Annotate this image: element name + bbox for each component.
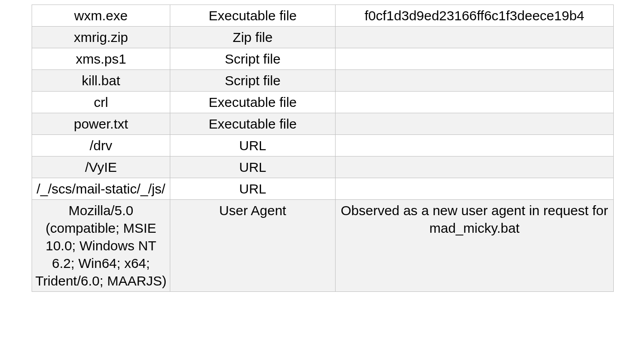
type-cell: Script file — [170, 48, 336, 70]
table-row: /VyIEURL — [32, 157, 614, 178]
detail-cell: Observed as a new user agent in request … — [336, 200, 614, 292]
indicator-cell: power.txt — [32, 113, 170, 135]
indicator-cell: kill.bat — [32, 70, 170, 92]
table-row: Mozilla/5.0 (compatible; MSIE 10.0; Wind… — [32, 200, 614, 292]
indicator-cell: /drv — [32, 135, 170, 157]
detail-cell — [336, 135, 614, 157]
indicator-cell: xmrig.zip — [32, 27, 170, 48]
detail-cell: f0cf1d3d9ed23166ff6c1f3deece19b4 — [336, 5, 614, 27]
indicator-cell: xms.ps1 — [32, 48, 170, 70]
indicator-cell: wxm.exe — [32, 5, 170, 27]
detail-cell — [336, 70, 614, 92]
detail-cell — [336, 27, 614, 48]
table-row: wxm.exeExecutable filef0cf1d3d9ed23166ff… — [32, 5, 614, 27]
detail-cell — [336, 113, 614, 135]
table-row: power.txtExecutable file — [32, 113, 614, 135]
table-row: /_/scs/mail-static/_/js/URL — [32, 178, 614, 200]
detail-cell — [336, 157, 614, 178]
table-row: /drvURL — [32, 135, 614, 157]
type-cell: Executable file — [170, 5, 336, 27]
type-cell: URL — [170, 135, 336, 157]
detail-cell — [336, 92, 614, 113]
type-cell: Script file — [170, 70, 336, 92]
type-cell: URL — [170, 157, 336, 178]
indicator-cell: /VyIE — [32, 157, 170, 178]
type-cell: Executable file — [170, 113, 336, 135]
indicator-cell: Mozilla/5.0 (compatible; MSIE 10.0; Wind… — [32, 200, 170, 292]
type-cell: URL — [170, 178, 336, 200]
type-cell: Zip file — [170, 27, 336, 48]
table-row: kill.batScript file — [32, 70, 614, 92]
table-row: xmrig.zipZip file — [32, 27, 614, 48]
indicator-cell: crl — [32, 92, 170, 113]
detail-cell — [336, 178, 614, 200]
table-row: crlExecutable file — [32, 92, 614, 113]
type-cell: User Agent — [170, 200, 336, 292]
indicators-table: wxm.exeExecutable filef0cf1d3d9ed23166ff… — [32, 5, 614, 292]
detail-cell — [336, 48, 614, 70]
indicator-cell: /_/scs/mail-static/_/js/ — [32, 178, 170, 200]
type-cell: Executable file — [170, 92, 336, 113]
table-row: xms.ps1Script file — [32, 48, 614, 70]
